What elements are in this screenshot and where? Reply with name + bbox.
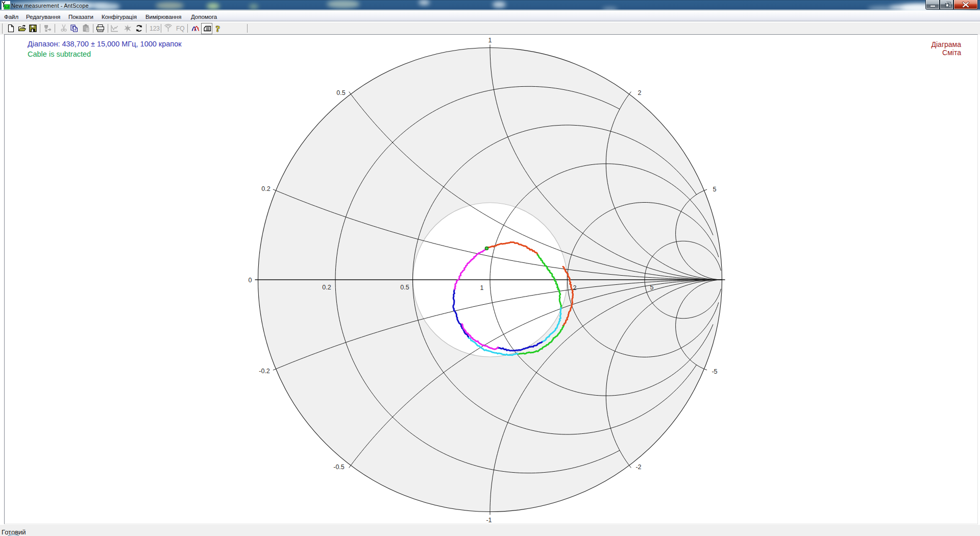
- svg-text:-0.5: -0.5: [333, 464, 345, 471]
- svg-text:0.2: 0.2: [322, 284, 331, 291]
- svg-text:1: 1: [488, 37, 492, 44]
- svg-text:1: 1: [480, 284, 484, 291]
- svg-text:5: 5: [650, 284, 654, 291]
- svg-text:-0.2: -0.2: [259, 368, 270, 375]
- svg-text:0.5: 0.5: [336, 89, 345, 96]
- svg-text:2: 2: [638, 89, 642, 96]
- svg-text:-2: -2: [635, 464, 641, 471]
- svg-text:?: ?: [216, 24, 220, 33]
- svg-text:2: 2: [573, 284, 577, 291]
- svg-text:0.2: 0.2: [261, 185, 270, 192]
- svg-text:0.5: 0.5: [400, 284, 409, 291]
- svg-text:-1: -1: [486, 517, 492, 524]
- svg-text:-5: -5: [712, 368, 717, 375]
- svg-text:0: 0: [249, 277, 252, 284]
- svg-text:5: 5: [713, 186, 717, 193]
